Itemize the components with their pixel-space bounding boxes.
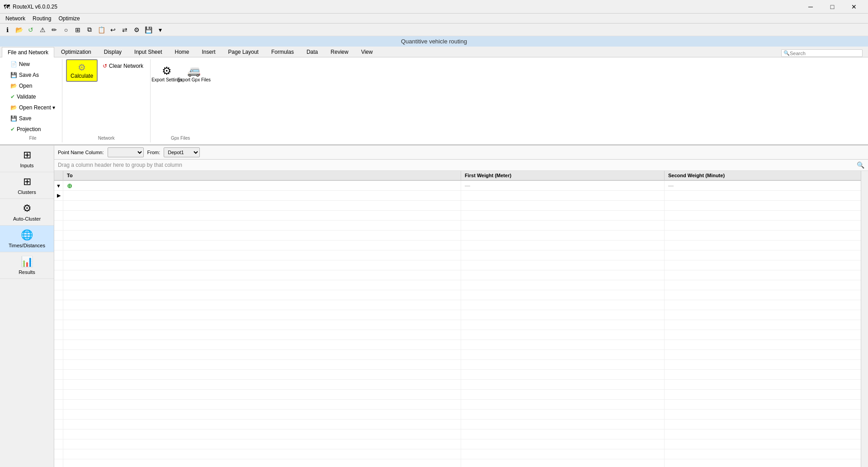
tab-file-network[interactable]: File and Network	[2, 47, 54, 57]
close-button[interactable]: ✕	[844, 0, 864, 14]
save-icon[interactable]: 💾	[143, 24, 154, 35]
content-area: Point Name Column: From: Depot1 Drag a c…	[54, 146, 868, 467]
more-icon[interactable]: ▾	[155, 24, 165, 35]
table-header: To First Weight (Meter) Second Weight (M…	[54, 171, 868, 181]
settings2-icon[interactable]: ⚙	[131, 24, 142, 35]
td-expand-1[interactable]: ▶	[54, 191, 63, 200]
sidebar-item-inputs[interactable]: ⊞ Inputs	[0, 146, 54, 172]
title-bar-left: 🗺 RouteXL v6.0.0.25	[4, 3, 57, 10]
shapes-icon[interactable]: ○	[61, 24, 71, 35]
sidebar: ⊞ Inputs ⊞ Clusters ⚙ Auto-Cluster 🌐 Tim…	[0, 146, 54, 467]
auto-cluster-icon: ⚙	[23, 203, 32, 214]
sidebar-item-clusters[interactable]: ⊞ Clusters	[0, 172, 54, 199]
table-row	[54, 449, 868, 459]
table-row	[54, 201, 868, 211]
results-label: Results	[19, 269, 35, 275]
table-row	[54, 410, 868, 420]
tab-formulas[interactable]: Formulas	[265, 47, 300, 57]
file-group-label: File	[4, 136, 62, 141]
th-second-weight: Second Weight (Minute)	[665, 171, 868, 180]
table-row	[54, 340, 868, 350]
times-distances-label: Times/Distances	[9, 243, 45, 248]
table-row	[54, 280, 868, 290]
grouping-text: Drag a column header here to group by th…	[58, 162, 182, 168]
tab-home[interactable]: Home	[169, 47, 195, 57]
table-row	[54, 270, 868, 280]
sidebar-item-results[interactable]: 📊 Results	[0, 252, 54, 279]
tab-page-layout[interactable]: Page Layout	[222, 47, 264, 57]
calculate-button[interactable]: ⚙ Calculate	[66, 59, 98, 82]
th-first-weight: First Weight (Meter)	[461, 171, 665, 180]
menu-routing[interactable]: Routing	[29, 14, 55, 24]
export-gpx-button[interactable]: 🚐 Export Gpx Files	[181, 59, 207, 88]
sidebar-item-auto-cluster[interactable]: ⚙ Auto-Cluster	[0, 199, 54, 226]
info-icon[interactable]: ℹ	[2, 24, 13, 35]
save-button[interactable]: 💾 Save	[7, 113, 58, 123]
from-select[interactable]: Depot1	[164, 147, 200, 157]
open-button[interactable]: 📂 Open	[7, 81, 58, 91]
gpx-group-label: Gpx Files	[151, 136, 210, 141]
times-distances-icon: 🌐	[21, 229, 33, 241]
table-row	[54, 211, 868, 221]
maximize-button[interactable]: □	[822, 0, 843, 14]
move-icon[interactable]: ⇄	[119, 24, 130, 35]
results-icon: 📊	[21, 256, 33, 268]
tab-optimization[interactable]: Optimization	[55, 47, 97, 57]
search-table-icon[interactable]: 🔍	[857, 161, 864, 169]
search-icon: 🔍	[783, 50, 790, 56]
table-row	[54, 439, 868, 449]
tab-review[interactable]: Review	[325, 47, 354, 57]
warning-icon[interactable]: ⚠	[37, 24, 48, 35]
refresh-icon[interactable]: ↺	[25, 24, 36, 35]
projection-button[interactable]: ✔ Projection	[7, 124, 58, 134]
point-name-column-select[interactable]	[108, 147, 144, 157]
network-group-content: ⚙ Calculate ↺ Clear Network	[66, 59, 146, 142]
network-group-label: Network	[62, 136, 150, 141]
data-table: To First Weight (Meter) Second Weight (M…	[54, 171, 868, 467]
table-row	[54, 390, 868, 400]
new-button[interactable]: 📄 New	[7, 59, 58, 69]
td-second-1	[665, 191, 868, 200]
minimize-button[interactable]: ─	[800, 0, 821, 14]
search-box[interactable]: 🔍	[781, 49, 863, 57]
open-folder-icon[interactable]: 📂	[14, 24, 24, 35]
copy2-icon[interactable]: ⧉	[84, 24, 95, 35]
main-area: ⊞ Inputs ⊞ Clusters ⚙ Auto-Cluster 🌐 Tim…	[0, 146, 868, 467]
menu-optimize[interactable]: Optimize	[55, 14, 83, 24]
open-recent-button[interactable]: 📂 Open Recent ▾	[7, 103, 58, 113]
tab-display[interactable]: Display	[98, 47, 127, 57]
tab-input-sheet[interactable]: Input Sheet	[128, 47, 168, 57]
export-settings-button[interactable]: ⚙ Export Settings	[154, 59, 179, 88]
from-label: From:	[147, 150, 160, 155]
table-scrollbar[interactable]	[861, 171, 868, 467]
clear-network-button[interactable]: ↺ Clear Network	[99, 61, 146, 71]
search-input[interactable]	[790, 51, 860, 56]
ribbon-tabs: File and Network Optimization Display In…	[0, 47, 868, 57]
table-row	[54, 350, 868, 360]
validate-icon: ✔	[10, 94, 15, 100]
export-settings-icon: ⚙	[162, 66, 172, 76]
paste-icon[interactable]: 📋	[96, 24, 107, 35]
draw-icon[interactable]: ✏	[49, 24, 60, 35]
td-to-1	[63, 191, 461, 200]
gpx-group-content: ⚙ Export Settings 🚐 Export Gpx Files	[154, 59, 207, 142]
grid-icon[interactable]: ⊞	[72, 24, 83, 35]
tab-insert[interactable]: Insert	[196, 47, 222, 57]
tab-data[interactable]: Data	[301, 47, 324, 57]
td-expand-0[interactable]: ▼	[54, 181, 63, 190]
file-col: 📄 New 💾 Save As 📂 Open ✔ Validate	[7, 59, 58, 134]
undo-icon[interactable]: ↩	[108, 24, 118, 35]
inputs-label: Inputs	[20, 163, 34, 168]
tab-view[interactable]: View	[355, 47, 379, 57]
clusters-label: Clusters	[18, 189, 36, 195]
table-row: ▶	[54, 191, 868, 201]
open-icon: 📂	[10, 83, 17, 89]
menu-network[interactable]: Network	[2, 14, 29, 24]
table-row	[54, 221, 868, 231]
sidebar-item-times-distances[interactable]: 🌐 Times/Distances	[0, 226, 54, 252]
validate-button[interactable]: ✔ Validate	[7, 92, 58, 102]
table-row	[54, 231, 868, 241]
table-row	[54, 300, 868, 310]
save-as-button[interactable]: 💾 Save As	[7, 70, 58, 80]
ribbon-group-gpx: ⚙ Export Settings 🚐 Export Gpx Files Gpx…	[151, 59, 210, 142]
